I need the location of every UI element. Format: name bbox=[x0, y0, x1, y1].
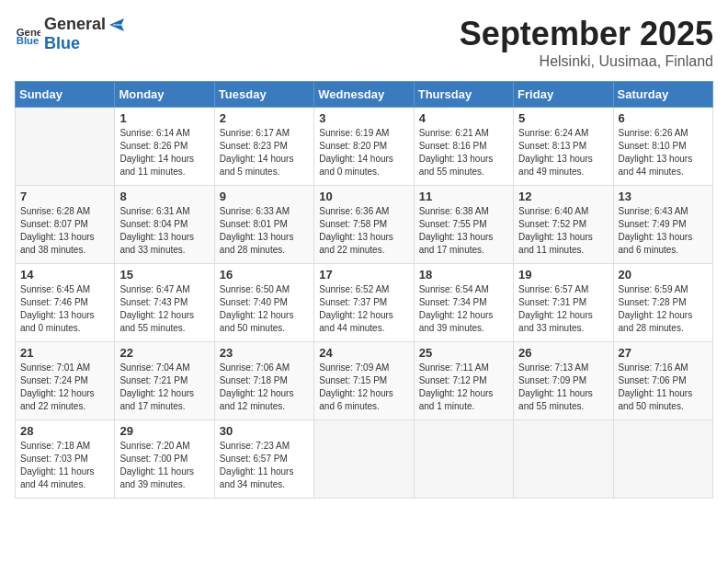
day-info: Sunrise: 7:23 AM Sunset: 6:57 PM Dayligh… bbox=[220, 440, 309, 491]
day-number: 1 bbox=[119, 111, 209, 125]
week-row-3: 14Sunrise: 6:45 AM Sunset: 7:46 PM Dayli… bbox=[16, 264, 713, 342]
day-number: 16 bbox=[220, 268, 309, 282]
calendar-cell: 4Sunrise: 6:21 AM Sunset: 8:16 PM Daylig… bbox=[414, 108, 513, 186]
day-info: Sunrise: 6:52 AM Sunset: 7:37 PM Dayligh… bbox=[319, 283, 408, 335]
day-number: 19 bbox=[518, 268, 608, 282]
day-number: 26 bbox=[518, 346, 608, 360]
calendar-cell: 8Sunrise: 6:31 AM Sunset: 8:04 PM Daylig… bbox=[115, 186, 214, 264]
logo-general: General bbox=[44, 15, 106, 34]
header: General Blue General Blue September 2025… bbox=[15, 15, 713, 70]
calendar-cell: 19Sunrise: 6:57 AM Sunset: 7:31 PM Dayli… bbox=[514, 264, 613, 342]
day-info: Sunrise: 6:21 AM Sunset: 8:16 PM Dayligh… bbox=[419, 127, 508, 178]
weekday-header-wednesday: Wednesday bbox=[314, 82, 414, 108]
day-number: 2 bbox=[220, 111, 309, 125]
calendar-cell: 7Sunrise: 6:28 AM Sunset: 8:07 PM Daylig… bbox=[16, 186, 115, 264]
calendar-cell: 27Sunrise: 7:16 AM Sunset: 7:06 PM Dayli… bbox=[613, 342, 712, 420]
day-number: 7 bbox=[20, 190, 109, 203]
calendar-cell bbox=[16, 108, 115, 186]
day-info: Sunrise: 7:04 AM Sunset: 7:21 PM Dayligh… bbox=[119, 362, 209, 413]
day-number: 18 bbox=[419, 268, 508, 282]
calendar-cell: 12Sunrise: 6:40 AM Sunset: 7:52 PM Dayli… bbox=[514, 186, 613, 264]
day-info: Sunrise: 7:01 AM Sunset: 7:24 PM Dayligh… bbox=[20, 362, 109, 413]
calendar-cell bbox=[514, 420, 613, 499]
day-info: Sunrise: 7:09 AM Sunset: 7:15 PM Dayligh… bbox=[319, 362, 408, 413]
day-info: Sunrise: 6:54 AM Sunset: 7:34 PM Dayligh… bbox=[419, 283, 508, 335]
day-info: Sunrise: 6:45 AM Sunset: 7:46 PM Dayligh… bbox=[20, 283, 109, 335]
weekday-header-row: SundayMondayTuesdayWednesdayThursdayFrid… bbox=[16, 82, 713, 108]
calendar-cell: 28Sunrise: 7:18 AM Sunset: 7:03 PM Dayli… bbox=[16, 420, 115, 499]
day-info: Sunrise: 6:38 AM Sunset: 7:55 PM Dayligh… bbox=[419, 205, 508, 257]
day-info: Sunrise: 6:19 AM Sunset: 8:20 PM Dayligh… bbox=[319, 127, 408, 178]
weekday-header-tuesday: Tuesday bbox=[214, 82, 313, 108]
calendar-cell: 29Sunrise: 7:20 AM Sunset: 7:00 PM Dayli… bbox=[115, 420, 214, 499]
calendar-cell: 16Sunrise: 6:50 AM Sunset: 7:40 PM Dayli… bbox=[214, 264, 313, 342]
day-number: 24 bbox=[319, 346, 408, 360]
day-info: Sunrise: 6:50 AM Sunset: 7:40 PM Dayligh… bbox=[220, 283, 309, 335]
day-number: 11 bbox=[419, 190, 508, 203]
logo-blue: Blue bbox=[44, 34, 128, 53]
calendar-cell: 3Sunrise: 6:19 AM Sunset: 8:20 PM Daylig… bbox=[314, 108, 414, 186]
calendar-cell: 22Sunrise: 7:04 AM Sunset: 7:21 PM Dayli… bbox=[115, 342, 214, 420]
weekday-header-friday: Friday bbox=[514, 82, 613, 108]
calendar-cell: 6Sunrise: 6:26 AM Sunset: 8:10 PM Daylig… bbox=[613, 108, 712, 186]
logo-icon: General Blue bbox=[15, 21, 40, 47]
day-number: 25 bbox=[419, 346, 508, 360]
calendar-cell: 24Sunrise: 7:09 AM Sunset: 7:15 PM Dayli… bbox=[314, 342, 414, 420]
day-info: Sunrise: 6:47 AM Sunset: 7:43 PM Dayligh… bbox=[119, 283, 209, 335]
calendar-cell: 13Sunrise: 6:43 AM Sunset: 7:49 PM Dayli… bbox=[613, 186, 712, 264]
day-number: 20 bbox=[619, 268, 708, 282]
calendar-cell: 21Sunrise: 7:01 AM Sunset: 7:24 PM Dayli… bbox=[16, 342, 115, 420]
calendar-table: SundayMondayTuesdayWednesdayThursdayFrid… bbox=[15, 81, 713, 499]
day-info: Sunrise: 6:43 AM Sunset: 7:49 PM Dayligh… bbox=[619, 205, 708, 257]
calendar-cell: 18Sunrise: 6:54 AM Sunset: 7:34 PM Dayli… bbox=[414, 264, 513, 342]
day-number: 13 bbox=[619, 190, 708, 203]
calendar-cell: 5Sunrise: 6:24 AM Sunset: 8:13 PM Daylig… bbox=[514, 108, 613, 186]
weekday-header-saturday: Saturday bbox=[613, 82, 712, 108]
day-info: Sunrise: 6:59 AM Sunset: 7:28 PM Dayligh… bbox=[619, 283, 708, 335]
weekday-header-monday: Monday bbox=[115, 82, 214, 108]
calendar-cell bbox=[414, 420, 513, 499]
day-info: Sunrise: 6:33 AM Sunset: 8:01 PM Dayligh… bbox=[220, 205, 309, 257]
calendar-cell: 26Sunrise: 7:13 AM Sunset: 7:09 PM Dayli… bbox=[514, 342, 613, 420]
day-number: 29 bbox=[119, 424, 209, 438]
calendar-cell: 17Sunrise: 6:52 AM Sunset: 7:37 PM Dayli… bbox=[314, 264, 414, 342]
day-number: 22 bbox=[119, 346, 209, 360]
location-title: Helsinki, Uusimaa, Finland bbox=[460, 53, 713, 70]
week-row-4: 21Sunrise: 7:01 AM Sunset: 7:24 PM Dayli… bbox=[16, 342, 713, 420]
day-info: Sunrise: 6:31 AM Sunset: 8:04 PM Dayligh… bbox=[119, 205, 209, 257]
logo-plane-icon bbox=[108, 17, 128, 33]
calendar-cell: 2Sunrise: 6:17 AM Sunset: 8:23 PM Daylig… bbox=[214, 108, 313, 186]
calendar-cell: 30Sunrise: 7:23 AM Sunset: 6:57 PM Dayli… bbox=[214, 420, 313, 499]
calendar-cell: 23Sunrise: 7:06 AM Sunset: 7:18 PM Dayli… bbox=[214, 342, 313, 420]
svg-text:Blue: Blue bbox=[17, 35, 40, 46]
day-number: 4 bbox=[419, 111, 508, 125]
month-title: September 2025 bbox=[460, 15, 713, 53]
day-info: Sunrise: 7:06 AM Sunset: 7:18 PM Dayligh… bbox=[220, 362, 309, 413]
day-info: Sunrise: 7:18 AM Sunset: 7:03 PM Dayligh… bbox=[20, 440, 109, 491]
day-number: 8 bbox=[119, 190, 209, 203]
week-row-5: 28Sunrise: 7:18 AM Sunset: 7:03 PM Dayli… bbox=[16, 420, 713, 499]
calendar-cell: 25Sunrise: 7:11 AM Sunset: 7:12 PM Dayli… bbox=[414, 342, 513, 420]
calendar-cell: 14Sunrise: 6:45 AM Sunset: 7:46 PM Dayli… bbox=[16, 264, 115, 342]
day-number: 3 bbox=[319, 111, 408, 125]
title-area: September 2025 Helsinki, Uusimaa, Finlan… bbox=[460, 15, 713, 70]
day-info: Sunrise: 6:36 AM Sunset: 7:58 PM Dayligh… bbox=[319, 205, 408, 257]
day-info: Sunrise: 6:17 AM Sunset: 8:23 PM Dayligh… bbox=[220, 127, 309, 178]
day-number: 17 bbox=[319, 268, 408, 282]
calendar-cell bbox=[314, 420, 414, 499]
day-number: 12 bbox=[518, 190, 608, 203]
day-info: Sunrise: 6:26 AM Sunset: 8:10 PM Dayligh… bbox=[619, 127, 708, 178]
day-number: 30 bbox=[220, 424, 309, 438]
day-info: Sunrise: 6:57 AM Sunset: 7:31 PM Dayligh… bbox=[518, 283, 608, 335]
day-number: 21 bbox=[20, 346, 109, 360]
calendar-cell: 20Sunrise: 6:59 AM Sunset: 7:28 PM Dayli… bbox=[613, 264, 712, 342]
calendar-cell bbox=[613, 420, 712, 499]
day-info: Sunrise: 6:40 AM Sunset: 7:52 PM Dayligh… bbox=[518, 205, 608, 257]
day-number: 6 bbox=[619, 111, 708, 125]
day-number: 27 bbox=[619, 346, 708, 360]
day-number: 23 bbox=[220, 346, 309, 360]
day-info: Sunrise: 7:13 AM Sunset: 7:09 PM Dayligh… bbox=[518, 362, 608, 413]
calendar-cell: 1Sunrise: 6:14 AM Sunset: 8:26 PM Daylig… bbox=[115, 108, 214, 186]
calendar-cell: 10Sunrise: 6:36 AM Sunset: 7:58 PM Dayli… bbox=[314, 186, 414, 264]
calendar-cell: 15Sunrise: 6:47 AM Sunset: 7:43 PM Dayli… bbox=[115, 264, 214, 342]
